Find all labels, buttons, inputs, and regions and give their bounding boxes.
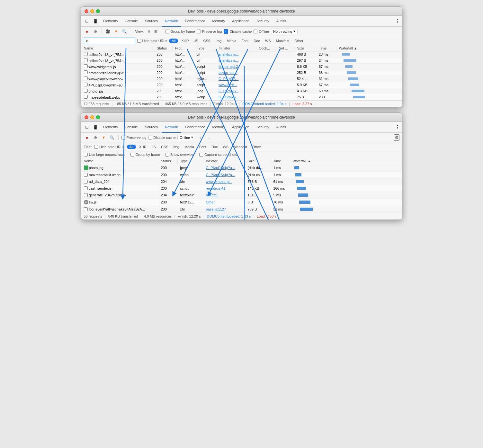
initiator-link[interactable]: www-emb...	[219, 83, 237, 87]
initiator-link[interactable]: analytics.js...	[219, 58, 239, 62]
tab-network-2[interactable]: Network	[162, 122, 181, 133]
use-large-rows-label[interactable]: Use large request rows	[84, 153, 125, 157]
table-row[interactable]: photo.jpg 200 jpeg G_P6rpRSr4g?a... (dis…	[81, 164, 402, 172]
close-button-2[interactable]	[85, 115, 88, 119]
table-row[interactable]: log_event?alt=json&key=AIzaSyA... 200 xh…	[81, 206, 402, 213]
initiator-link[interactable]: G_P6rpRS...	[219, 77, 238, 81]
tab-security-2[interactable]: Security	[253, 122, 273, 133]
th-time-1[interactable]: Time	[316, 45, 336, 51]
filter-all-1[interactable]: All	[169, 39, 178, 43]
th-proto-1[interactable]: Prot...	[172, 45, 194, 51]
tab-elements-1[interactable]: Elements	[100, 16, 121, 27]
row-checkbox[interactable]	[84, 70, 88, 74]
th-size-1[interactable]: Size	[294, 45, 316, 51]
filter-other-2[interactable]: Other	[250, 145, 263, 149]
more-tabs-icon[interactable]: ⋮	[395, 18, 400, 24]
hide-data-urls-label-2[interactable]: Hide data URLs	[94, 145, 124, 149]
disable-cache-label-2[interactable]: Disable cache	[148, 136, 175, 139]
tab-audits-2[interactable]: Audits	[273, 122, 290, 133]
initiator-link[interactable]: G_P6rpRS...	[219, 95, 238, 99]
filter-all-2[interactable]: All	[127, 145, 136, 149]
capture-screenshots-label[interactable]: Capture screenshots	[199, 153, 237, 157]
initiator-link[interactable]: G_P6rpRSr4g?a...	[206, 166, 235, 170]
filter-xhr-2[interactable]: XHR	[137, 145, 148, 149]
table-row[interactable]: maxresdefault.webp 200 webp G_P6rpRSr4g?…	[81, 172, 402, 178]
th-time-2[interactable]: Time	[271, 158, 290, 164]
th-status-2[interactable]: Status	[158, 158, 178, 164]
tab-memory-2[interactable]: Memory	[209, 122, 228, 133]
network-table-container-2[interactable]: Name Status Type Initiator Size Time Wat…	[81, 158, 402, 213]
upload-btn-2[interactable]: ↑	[197, 134, 204, 141]
tab-security-1[interactable]: Security	[253, 16, 273, 27]
table-row[interactable]: prompt?t=a&site=ylj5if... 200 http/... s…	[81, 70, 402, 76]
group-by-frame-label-1[interactable]: Group by frame	[165, 30, 195, 33]
initiator-link[interactable]: base.js:1127	[206, 207, 226, 211]
th-type-2[interactable]: Type	[178, 158, 203, 164]
device-icon-2[interactable]: 📱	[92, 123, 99, 131]
offline-label-1[interactable]: Offline	[254, 30, 269, 33]
group-by-frame-checkbox-2[interactable]	[130, 153, 134, 157]
initiator-link[interactable]: www-embed-pl...	[206, 180, 233, 184]
filter-font-1[interactable]: Font	[239, 39, 250, 43]
row-checkbox[interactable]	[84, 76, 88, 80]
search-button-1[interactable]: 🔍	[121, 28, 128, 35]
list-view-btn[interactable]: ≡	[146, 28, 152, 35]
th-waterfall-2[interactable]: Waterfall ▲	[290, 158, 402, 164]
hide-data-urls-label-1[interactable]: Hide data URLs	[137, 39, 167, 43]
capture-screenshots-checkbox[interactable]	[199, 153, 203, 157]
filter-manifest-2[interactable]: Manifest	[232, 145, 249, 149]
row-checkbox[interactable]	[84, 83, 88, 86]
inspector-icon[interactable]: ⊡	[83, 17, 91, 25]
tab-console-2[interactable]: Console	[121, 122, 141, 133]
filter-font-2[interactable]: Font	[197, 145, 208, 149]
th-cookies-1[interactable]: Cook...	[256, 45, 276, 51]
filter-media-2[interactable]: Media	[183, 145, 196, 149]
row-checkbox[interactable]	[84, 173, 88, 177]
table-row[interactable]: cast_sender.js 200 script remote.js:41 1…	[81, 185, 402, 192]
record-button-1[interactable]: ●	[84, 28, 90, 35]
table-row[interactable]: ⚙sw.js 200 text/jav... Other 0 B 76 ms	[81, 199, 402, 206]
maximize-button-1[interactable]	[96, 9, 100, 13]
filter-manifest-1[interactable]: Manifest	[274, 39, 291, 43]
throttling-dropdown-1[interactable]: No throttling ▾	[271, 29, 298, 34]
filter-media-1[interactable]: Media	[225, 39, 238, 43]
filter-button-1[interactable]: ▼	[113, 28, 120, 35]
th-size-2[interactable]: Size	[245, 158, 271, 164]
maximize-button-2[interactable]	[96, 115, 100, 119]
row-checkbox[interactable]	[84, 180, 88, 184]
close-button-1[interactable]	[85, 9, 88, 13]
filter-img-1[interactable]: Img	[214, 39, 223, 43]
group-by-frame-label-2[interactable]: Group by frame	[130, 153, 160, 157]
table-row[interactable]: maxresdefault.webp 200 http/... webp G_P…	[81, 94, 402, 100]
tab-sources-1[interactable]: Sources	[142, 16, 161, 27]
row-checkbox[interactable]	[84, 193, 88, 197]
filter-ws-1[interactable]: WS	[263, 39, 273, 43]
table-row[interactable]: www-widgetapi.js 200 http/... script ifr…	[81, 64, 402, 70]
gear-icon-2[interactable]: ⚙	[394, 134, 399, 141]
initiator-link[interactable]: iframe_api:2	[219, 65, 238, 68]
initiator-link[interactable]: async_sur...	[219, 71, 237, 75]
filter-other-1[interactable]: Other	[292, 39, 305, 43]
hide-data-urls-checkbox-1[interactable]	[137, 39, 141, 43]
filter-doc-2[interactable]: Doc	[210, 145, 220, 149]
table-row[interactable]: generate_204?cQ2nBw 204 text/plain VM72:…	[81, 192, 402, 199]
row-checkbox[interactable]	[84, 95, 88, 99]
th-status-1[interactable]: Status	[154, 45, 172, 51]
hide-data-urls-checkbox-2[interactable]	[94, 145, 98, 149]
th-name-1[interactable]: Name	[81, 45, 154, 51]
camera-button-1[interactable]: 🎥	[105, 28, 111, 35]
more-tabs-icon-2[interactable]: ⋮	[395, 124, 400, 130]
preserve-log-label-2[interactable]: Preserve log	[121, 136, 147, 139]
tab-network-1[interactable]: Network	[162, 16, 181, 27]
th-type-1[interactable]: Type	[194, 45, 216, 51]
row-checkbox[interactable]	[84, 64, 88, 68]
minimize-button-1[interactable]	[90, 9, 94, 13]
tab-performance-1[interactable]: Performance	[182, 16, 208, 27]
clear-button-1[interactable]: ⊘	[92, 28, 99, 35]
network-table-container-1[interactable]: Name Status Prot... Type Initiator Cook.…	[81, 45, 402, 100]
row-checkbox[interactable]	[84, 207, 88, 211]
throttling-dropdown-2[interactable]: Online ▾	[177, 135, 195, 140]
offline-checkbox-1[interactable]	[254, 30, 257, 33]
filter-doc-1[interactable]: Doc	[252, 39, 262, 43]
clear-button-2[interactable]: ⊘	[92, 134, 99, 141]
